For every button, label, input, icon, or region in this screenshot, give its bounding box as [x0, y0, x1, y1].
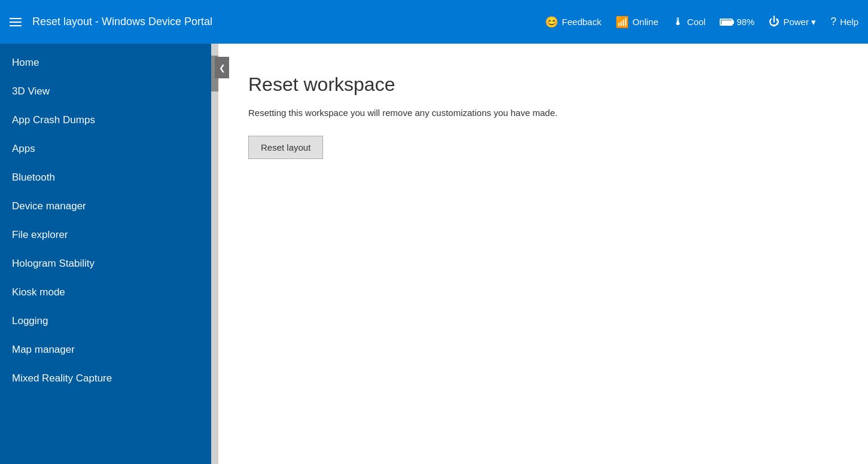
sidebar-item-3d-view[interactable]: 3D View: [0, 77, 211, 106]
online-status: 📶 Online: [616, 16, 658, 29]
sidebar-item-bluetooth[interactable]: Bluetooth: [0, 163, 211, 192]
power-button[interactable]: ⏻ Power ▾: [769, 16, 816, 28]
page-title: Reset layout - Windows Device Portal: [32, 16, 545, 28]
sidebar-item-file-explorer[interactable]: File explorer: [0, 221, 211, 249]
sidebar-nav: Home3D ViewApp Crash DumpsAppsBluetoothD…: [0, 44, 211, 464]
feedback-button[interactable]: 😊 Feedback: [545, 16, 601, 29]
content-area: Reset workspace Resetting this workspace…: [218, 44, 868, 464]
content-title: Reset workspace: [248, 74, 838, 96]
online-label: Online: [632, 17, 658, 27]
sidebar-item-hologram-stability[interactable]: Hologram Stability: [0, 249, 211, 278]
sidebar-scrollbar[interactable]: [211, 44, 218, 464]
power-label: Power ▾: [783, 17, 816, 28]
header-actions: 😊 Feedback 📶 Online 🌡 Cool 98% ⏻ Power ▾: [545, 16, 858, 29]
help-button[interactable]: ? Help: [830, 16, 858, 28]
sidebar-item-logging[interactable]: Logging: [0, 307, 211, 335]
help-label: Help: [840, 17, 858, 27]
content-description: Resetting this workspace you will remove…: [248, 108, 838, 118]
sidebar-item-app-crash-dumps[interactable]: App Crash Dumps: [0, 106, 211, 135]
sidebar-item-mixed-reality-capture[interactable]: Mixed Reality Capture: [0, 364, 211, 393]
sidebar-item-device-manager[interactable]: Device manager: [0, 192, 211, 221]
help-icon: ?: [830, 16, 836, 28]
hamburger-menu[interactable]: [10, 18, 22, 26]
sidebar-item-map-manager[interactable]: Map manager: [0, 335, 211, 364]
sidebar-item-home[interactable]: Home: [0, 48, 211, 77]
battery-icon: [720, 19, 733, 26]
sidebar-collapse-button[interactable]: ❮: [215, 57, 229, 78]
sidebar-item-apps[interactable]: Apps: [0, 135, 211, 163]
main-layout: Home3D ViewApp Crash DumpsAppsBluetoothD…: [0, 44, 868, 464]
battery-label: 98%: [736, 17, 754, 27]
feedback-label: Feedback: [562, 17, 601, 27]
sidebar: Home3D ViewApp Crash DumpsAppsBluetoothD…: [0, 44, 218, 464]
cool-label: Cool: [687, 17, 706, 27]
thermometer-icon: 🌡: [673, 16, 684, 28]
sidebar-item-kiosk-mode[interactable]: Kiosk mode: [0, 278, 211, 307]
power-icon: ⏻: [769, 16, 779, 28]
battery-status: 98%: [720, 17, 754, 27]
header: Reset layout - Windows Device Portal 😊 F…: [0, 0, 868, 44]
reset-layout-button[interactable]: Reset layout: [248, 136, 323, 159]
online-icon: 📶: [616, 16, 629, 29]
temperature-status: 🌡 Cool: [673, 16, 706, 28]
feedback-icon: 😊: [545, 16, 558, 29]
